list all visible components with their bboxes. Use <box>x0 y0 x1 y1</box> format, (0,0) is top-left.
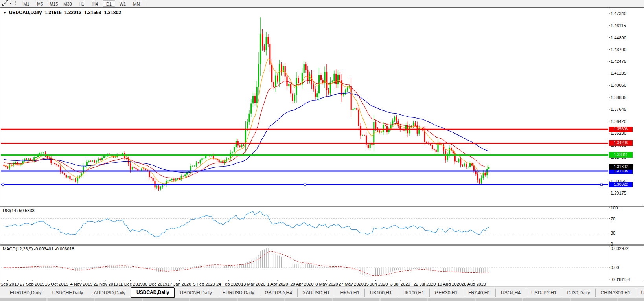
price-tick-1.44890: 1.44890 <box>611 35 626 40</box>
chart-tab-13-usoil-h4[interactable]: USOil,H4 <box>496 289 526 297</box>
price-tick-1.29175: 1.29175 <box>611 191 626 195</box>
date-label-4-Nov-2019: 4 Nov 2019 <box>70 282 92 286</box>
axis-labels-layer: 1.473401.461151.448901.437001.424751.412… <box>0 8 644 287</box>
price-label-1.30022: 1.30022 <box>609 182 633 187</box>
price-tick-1.47340: 1.47340 <box>611 11 626 16</box>
macd-tick-0.00: 0.00 <box>611 265 619 270</box>
bid-price-label: 1.31802 <box>609 164 633 170</box>
chart-tab-7-xauusd-h1[interactable]: XAUUSD,H1 <box>298 289 335 297</box>
chart-tab-11-ger30-h1[interactable]: GER30,H1 <box>430 289 463 297</box>
price-tick-1.46115: 1.46115 <box>611 23 626 28</box>
chart-tab-8-hk50-h1[interactable]: HK50,H1 <box>335 289 365 297</box>
date-label-9-Sep-2019: 9 Sep 2019 <box>0 282 19 286</box>
timeframe-button-m5[interactable]: M5 <box>34 0 46 7</box>
price-label-1.35606: 1.35606 <box>609 127 633 132</box>
price-tick-1.41285: 1.41285 <box>611 71 626 75</box>
rsi-tick-70: 70 <box>611 217 615 221</box>
date-label-5-Feb-2020: 5 Feb 2020 <box>193 282 215 286</box>
chart-toolbar: ▼ M1M5M15M30H1H4D1W1MN <box>0 0 644 7</box>
timeframe-button-m30[interactable]: M30 <box>61 0 74 7</box>
chart-tab-6-gbpusd-h4[interactable]: GBPUSD,H4 <box>259 289 297 297</box>
price-tick-1.40060: 1.40060 <box>611 83 626 88</box>
timeframe-button-d1[interactable]: D1 <box>103 0 115 7</box>
date-label-24-Feb-2020: 24 Feb 2020 <box>216 282 241 286</box>
chart-tab-10-uk100-h1[interactable]: UK100,H1 <box>397 289 430 297</box>
chart-tab-2-audusd-daily[interactable]: AUDUSD,Daily <box>88 289 131 297</box>
date-label-27-May-2020: 27 May 2020 <box>339 282 364 286</box>
rsi-tick-30: 30 <box>611 231 615 235</box>
line-tool-icon <box>2 0 8 7</box>
chart-window[interactable]: ▼ USDCAD,Daily 1.31615 1.32013 1.31563 1… <box>0 7 644 286</box>
macd-tick--0.018154: -0.018154 <box>611 277 630 282</box>
ohlc-close: 1.31802 <box>104 10 121 15</box>
chart-tab-3-usdcad-daily[interactable]: USDCAD,Daily <box>131 287 175 298</box>
timeframe-button-m1[interactable]: M1 <box>20 0 33 7</box>
chart-tab-1-usdchf-daily[interactable]: USDCHF,Daily <box>47 289 89 297</box>
date-label-17-Jan-2020: 17 Jan 2020 <box>167 282 191 286</box>
price-tick-1.43700: 1.43700 <box>611 47 626 52</box>
date-label-15-Jun-2020: 15 Jun 2020 <box>364 282 388 286</box>
symbol-dropdown-icon[interactable]: ▼ <box>3 11 6 15</box>
price-tick-1.36420: 1.36420 <box>611 119 626 124</box>
timeframe-button-mn[interactable]: MN <box>130 0 143 7</box>
chart-tab-bar: EURUSD,DailyUSDCHF,DailyAUDUSD,DailyUSDC… <box>0 286 644 298</box>
chart-tab-15-dj30-daily[interactable]: DJ30,Daily <box>562 289 596 297</box>
rsi-indicator-label: RSI(14) 50.5333 <box>3 208 35 213</box>
date-label-20-Apr-2020: 20 Apr 2020 <box>290 282 313 286</box>
toolbar-separator <box>146 1 146 6</box>
price-tick-1.37645: 1.37645 <box>611 107 626 112</box>
chart-tab-0-eurusd-daily[interactable]: EURUSD,Daily <box>5 289 47 297</box>
timeframe-button-h1[interactable]: H1 <box>75 0 88 7</box>
price-label-1.34206: 1.34206 <box>609 140 633 146</box>
rsi-tick-100: 100 <box>611 206 618 210</box>
chart-tab-17-usoil-h1[interactable]: USOil,H1 <box>636 289 644 297</box>
date-label-3-Jul-2020: 3 Jul 2020 <box>390 282 410 286</box>
timeframe-button-h4[interactable]: H4 <box>89 0 101 7</box>
macd-indicator-label: MACD(12,26,9) -0.003401 -0.006018 <box>3 246 74 251</box>
timeframe-button-w1[interactable]: W1 <box>116 0 129 7</box>
ohlc-high: 1.32013 <box>64 10 81 15</box>
date-label-28-Aug-2020: 28 Aug 2020 <box>462 282 486 286</box>
price-label-1.33011: 1.33011 <box>609 152 633 158</box>
timeframe-button-m15[interactable]: M15 <box>48 0 60 7</box>
chart-title: ▼ USDCAD,Daily 1.31615 1.32013 1.31563 1… <box>3 10 121 15</box>
price-tick-1.38835: 1.38835 <box>611 95 626 100</box>
date-label-11-Dec-2019: 11 Dec 2019 <box>118 282 143 286</box>
date-label-1-Apr-2020: 1 Apr 2020 <box>267 282 288 286</box>
chart-tab-14-usdjpy-h1[interactable]: USDJPY,H1 <box>526 289 562 297</box>
chart-tab-12-fra40-h1[interactable]: FRA40,H1 <box>463 289 496 297</box>
ohlc-low: 1.31563 <box>84 10 101 15</box>
date-label-22-Nov-2019: 22 Nov 2019 <box>94 282 118 286</box>
toolbar-grip[interactable] <box>15 1 18 6</box>
date-label-22-Jul-2020: 22 Jul 2020 <box>414 282 436 286</box>
date-label-10-Aug-2020: 10 Aug 2020 <box>437 282 462 286</box>
window-bottom-strip <box>0 298 644 301</box>
ohlc-open: 1.31615 <box>44 10 61 15</box>
chart-tab-16-china300-h1[interactable]: CHINA300,H1 <box>596 289 636 297</box>
chart-symbol-label: USDCAD,Daily <box>9 10 42 15</box>
date-label-8-May-2020: 8 May 2020 <box>315 282 338 286</box>
date-label-30-Dec-2019: 30 Dec 2019 <box>143 282 167 286</box>
line-tool-button[interactable]: ▼ <box>1 0 13 7</box>
chart-tab-4-usdcnh-daily[interactable]: USDCNH,Daily <box>175 289 217 297</box>
timeframe-button-group: M1M5M15M30H1H4D1W1MN <box>20 0 143 7</box>
chart-tab-9-uk100-h1[interactable]: UK100,H1 <box>365 289 397 297</box>
date-label-13-Mar-2020: 13 Mar 2020 <box>241 282 265 286</box>
date-label-27-Sep-2019: 27 Sep 2019 <box>20 282 44 286</box>
price-tick-1.42475: 1.42475 <box>611 59 626 64</box>
dropdown-caret-icon: ▼ <box>9 2 12 5</box>
date-label-16-Oct-2019: 16 Oct 2019 <box>45 282 68 286</box>
macd-tick-0.032972: 0.032972 <box>611 246 629 251</box>
chart-tab-5-eurusd-daily[interactable]: EURUSD,Daily <box>217 289 260 297</box>
